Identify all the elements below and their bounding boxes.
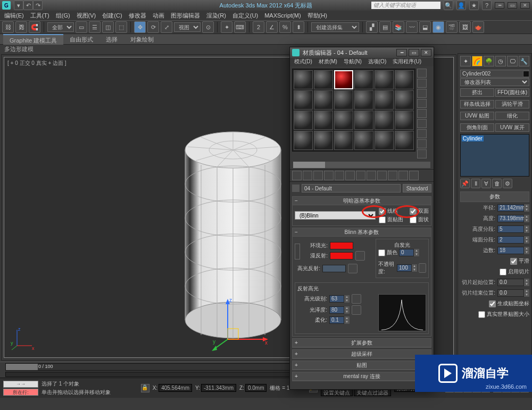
lock-icon[interactable]: 🔒 xyxy=(141,384,149,392)
slice-to-spinner[interactable]: 0.0▲▼ xyxy=(497,289,529,297)
menu-modifiers[interactable]: 修改器 xyxy=(127,12,148,20)
minimize-button[interactable]: ━ xyxy=(495,2,504,9)
curve-editor-icon[interactable]: 〰 xyxy=(406,21,418,33)
slice-from-spinner[interactable]: 0.0▲▼ xyxy=(497,279,529,286)
scale-icon[interactable]: ⤢ xyxy=(161,21,172,33)
mat-slot[interactable] xyxy=(354,131,373,150)
reset-icon[interactable] xyxy=(324,171,334,180)
gloss-spinner[interactable]: 80▲▼ xyxy=(329,306,350,314)
ref-coord[interactable]: 视图 xyxy=(174,22,201,32)
viewport-label[interactable]: [ + 0 正交 0 真实 + 边面 ] xyxy=(7,60,66,67)
video-check-icon[interactable] xyxy=(417,109,427,118)
configure-icon[interactable]: ⚙ xyxy=(503,179,512,188)
listener-btn[interactable]: 所在行: xyxy=(3,389,38,396)
wire-checkbox[interactable]: 线框 xyxy=(379,207,403,215)
menu-views[interactable]: 视图(V) xyxy=(74,12,98,20)
radius-spinner[interactable]: 21.142mm▲▼ xyxy=(497,204,529,212)
mat-slot[interactable] xyxy=(314,90,333,110)
sample-type-icon[interactable] xyxy=(417,69,427,78)
btn-extrude[interactable]: 挤出 xyxy=(460,88,494,97)
show-result-icon[interactable]: Ⅱ xyxy=(471,179,480,188)
select-name-icon[interactable]: ☰ xyxy=(89,21,101,33)
preview-icon[interactable] xyxy=(417,119,427,128)
menu-create[interactable]: 创建(C) xyxy=(100,12,124,20)
mat-slot[interactable] xyxy=(375,70,394,89)
me-menu-options[interactable]: 选项(O) xyxy=(366,58,388,66)
mat-slot[interactable] xyxy=(314,70,333,89)
go-sibling-icon[interactable] xyxy=(409,171,419,180)
background-icon[interactable] xyxy=(417,89,427,98)
sample-uv-icon[interactable] xyxy=(417,99,427,108)
btn-turbo[interactable]: 涡轮平滑 xyxy=(495,100,529,108)
make-unique-icon[interactable] xyxy=(345,171,355,180)
layers-icon[interactable]: 📚 xyxy=(393,21,404,33)
render-icon[interactable]: 🫖 xyxy=(472,21,484,33)
qat-redo[interactable]: ↷ xyxy=(33,1,43,10)
motion-tab-icon[interactable]: ◷ xyxy=(495,56,506,66)
render-frame-icon[interactable]: 🖼 xyxy=(459,21,471,33)
specular-swatch[interactable] xyxy=(322,265,346,272)
lock-ambient-diffuse-icon[interactable] xyxy=(295,244,300,260)
rollout-mray[interactable]: mental ray 连接 xyxy=(343,373,380,379)
object-name-field[interactable] xyxy=(460,70,529,78)
show-end-icon[interactable] xyxy=(388,171,397,180)
mat-slot[interactable] xyxy=(354,70,373,89)
facemap-checkbox[interactable]: 面贴图 xyxy=(379,216,403,223)
spec-level-map-icon[interactable] xyxy=(352,294,361,304)
window-crossing-icon[interactable]: ⬚ xyxy=(115,21,127,33)
mat-slot[interactable] xyxy=(375,111,394,130)
align-icon[interactable]: ▤ xyxy=(379,21,391,33)
me-menu-util[interactable]: 实用程序(U) xyxy=(390,58,423,66)
material-name-field[interactable] xyxy=(302,184,401,193)
mat-slot[interactable] xyxy=(395,90,414,110)
make-unique-icon[interactable]: ∀ xyxy=(481,179,491,188)
assign-icon[interactable] xyxy=(313,171,323,180)
mat-slot[interactable] xyxy=(354,111,373,130)
btn-refine[interactable]: 细化 xyxy=(495,112,529,120)
opacity-spinner[interactable]: 100▲▼ xyxy=(397,264,417,272)
link-icon[interactable]: ⛓ xyxy=(2,21,14,33)
mat-slot[interactable] xyxy=(294,111,313,130)
mat-slot[interactable] xyxy=(334,90,353,110)
smooth-checkbox[interactable]: 平滑 xyxy=(510,257,529,265)
schematic-icon[interactable]: ⬓ xyxy=(419,21,431,33)
me-menu-material[interactable]: 材质(M) xyxy=(317,58,339,66)
me-maximize[interactable]: ▭ xyxy=(409,49,419,56)
mat-slot[interactable] xyxy=(354,90,373,110)
close-button[interactable]: ✕ xyxy=(520,2,530,9)
btn-uvw[interactable]: UVW 贴图 xyxy=(460,112,494,120)
btn-ffd[interactable]: FFD(圆柱体) xyxy=(495,88,529,97)
menu-maxscript[interactable]: MAXScript(M) xyxy=(262,12,303,19)
script-mini-btn[interactable]: →→ xyxy=(3,381,38,388)
ribbon-tab-select[interactable]: 选择 xyxy=(99,34,124,45)
qat-btn[interactable]: ▾ xyxy=(14,1,23,10)
material-type-button[interactable]: Standard xyxy=(403,184,431,193)
menu-tools[interactable]: 工具(T) xyxy=(28,12,52,20)
me-menu-mode[interactable]: 模式(D) xyxy=(292,58,314,66)
ribbon-tab-freeform[interactable]: 自由形式 xyxy=(63,34,99,45)
matid-icon[interactable] xyxy=(417,149,427,158)
search-icon[interactable]: 🔍 xyxy=(444,1,453,10)
help-icon[interactable]: ? xyxy=(482,1,492,10)
remove-mod-icon[interactable]: 🗑 xyxy=(492,179,502,188)
menu-graph[interactable]: 图形编辑器 xyxy=(169,12,202,20)
coord-y[interactable]: -311.343mm xyxy=(201,384,236,392)
signin-icon[interactable]: 👤 xyxy=(456,1,466,10)
slots-scrollbar[interactable] xyxy=(293,162,430,168)
object-color-swatch[interactable] xyxy=(523,71,529,77)
put-to-lib-icon[interactable] xyxy=(356,171,365,180)
unlink-icon[interactable]: ⛓̸ xyxy=(15,21,27,33)
render-setup-icon[interactable]: 🎬 xyxy=(446,21,458,33)
modifier-stack[interactable]: Cylinder xyxy=(460,134,529,177)
btn-uvwunwrap[interactable]: UVW 展开 xyxy=(495,123,529,132)
ribbon-tab-paint[interactable]: 对象绘制 xyxy=(124,34,160,45)
mat-slot[interactable] xyxy=(314,131,333,150)
star-icon[interactable]: ★ xyxy=(469,1,479,10)
me-titlebar[interactable]: 材质编辑器 - 04 - Default ━ ▭ ✕ xyxy=(290,47,434,58)
pivot-icon[interactable]: ⊙ xyxy=(202,21,214,33)
hseg-spinner[interactable]: 5▲▼ xyxy=(497,225,529,233)
two-sided-checkbox[interactable]: 双面 xyxy=(410,207,429,215)
put-to-scene-icon[interactable] xyxy=(303,171,312,180)
snap-2d-icon[interactable]: 2 xyxy=(253,21,264,33)
mat-slot[interactable] xyxy=(395,70,414,89)
